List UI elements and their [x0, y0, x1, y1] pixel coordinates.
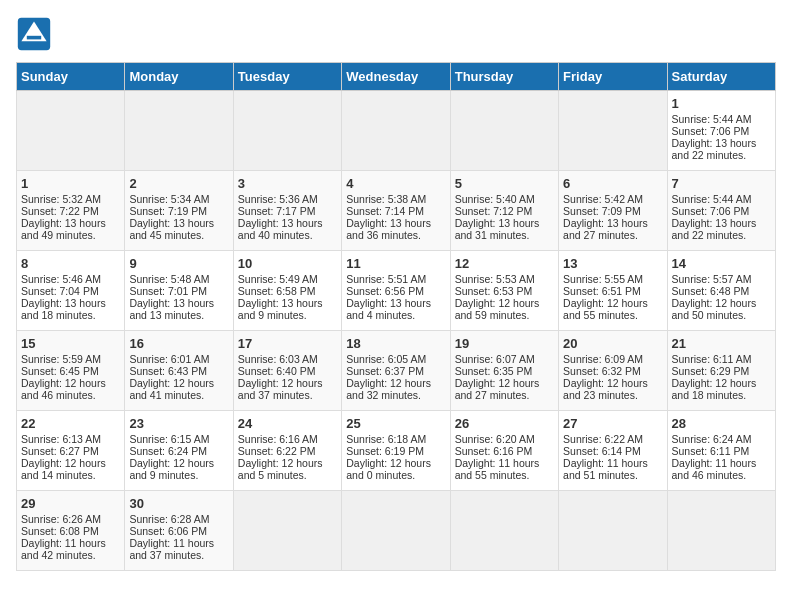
calendar-header-row: SundayMondayTuesdayWednesdayThursdayFrid… — [17, 63, 776, 91]
calendar-cell — [125, 91, 233, 171]
sunset: Sunset: 6:58 PM — [238, 285, 316, 297]
sunrise: Sunrise: 5:51 AM — [346, 273, 426, 285]
sunset: Sunset: 7:14 PM — [346, 205, 424, 217]
day-number: 7 — [672, 176, 771, 191]
sunset: Sunset: 6:48 PM — [672, 285, 750, 297]
daylight: Daylight: 13 hours and 18 minutes. — [21, 297, 106, 321]
day-number: 4 — [346, 176, 445, 191]
calendar-cell: 25 Sunrise: 6:18 AM Sunset: 6:19 PM Dayl… — [342, 411, 450, 491]
sunset: Sunset: 7:22 PM — [21, 205, 99, 217]
sunset: Sunset: 7:12 PM — [455, 205, 533, 217]
calendar-week-row: 8 Sunrise: 5:46 AM Sunset: 7:04 PM Dayli… — [17, 251, 776, 331]
sunrise: Sunrise: 6:26 AM — [21, 513, 101, 525]
sunrise: Sunrise: 6:18 AM — [346, 433, 426, 445]
sunset: Sunset: 7:06 PM — [672, 205, 750, 217]
calendar-cell — [233, 91, 341, 171]
day-number: 18 — [346, 336, 445, 351]
sunrise: Sunrise: 6:05 AM — [346, 353, 426, 365]
calendar-table: SundayMondayTuesdayWednesdayThursdayFrid… — [16, 62, 776, 571]
day-number: 30 — [129, 496, 228, 511]
sunrise: Sunrise: 6:28 AM — [129, 513, 209, 525]
daylight: Daylight: 11 hours and 51 minutes. — [563, 457, 648, 481]
daylight: Daylight: 11 hours and 46 minutes. — [672, 457, 757, 481]
calendar-cell: 6 Sunrise: 5:42 AM Sunset: 7:09 PM Dayli… — [559, 171, 667, 251]
daylight: Daylight: 12 hours and 27 minutes. — [455, 377, 540, 401]
sunrise: Sunrise: 6:20 AM — [455, 433, 535, 445]
calendar-cell: 2 Sunrise: 5:34 AM Sunset: 7:19 PM Dayli… — [125, 171, 233, 251]
calendar-cell: 8 Sunrise: 5:46 AM Sunset: 7:04 PM Dayli… — [17, 251, 125, 331]
calendar-cell: 30 Sunrise: 6:28 AM Sunset: 6:06 PM Dayl… — [125, 491, 233, 571]
calendar-cell — [450, 91, 558, 171]
daylight: Daylight: 12 hours and 41 minutes. — [129, 377, 214, 401]
calendar-cell — [559, 491, 667, 571]
daylight: Daylight: 11 hours and 37 minutes. — [129, 537, 214, 561]
day-number: 8 — [21, 256, 120, 271]
sunrise: Sunrise: 6:11 AM — [672, 353, 752, 365]
sunset: Sunset: 7:09 PM — [563, 205, 641, 217]
sunset: Sunset: 6:19 PM — [346, 445, 424, 457]
calendar-cell: 18 Sunrise: 6:05 AM Sunset: 6:37 PM Dayl… — [342, 331, 450, 411]
day-number: 19 — [455, 336, 554, 351]
sunrise: Sunrise: 5:55 AM — [563, 273, 643, 285]
calendar-cell: 1 Sunrise: 5:44 AM Sunset: 7:06 PM Dayli… — [667, 91, 775, 171]
day-number: 14 — [672, 256, 771, 271]
calendar-cell: 4 Sunrise: 5:38 AM Sunset: 7:14 PM Dayli… — [342, 171, 450, 251]
day-number: 13 — [563, 256, 662, 271]
day-number: 9 — [129, 256, 228, 271]
sunrise: Sunrise: 6:16 AM — [238, 433, 318, 445]
sunset: Sunset: 6:32 PM — [563, 365, 641, 377]
daylight: Daylight: 12 hours and 18 minutes. — [672, 377, 757, 401]
sunset: Sunset: 6:56 PM — [346, 285, 424, 297]
sunrise: Sunrise: 6:15 AM — [129, 433, 209, 445]
svg-rect-2 — [27, 36, 41, 40]
calendar-cell: 7 Sunrise: 5:44 AM Sunset: 7:06 PM Dayli… — [667, 171, 775, 251]
calendar-cell — [450, 491, 558, 571]
calendar-cell: 15 Sunrise: 5:59 AM Sunset: 6:45 PM Dayl… — [17, 331, 125, 411]
logo-icon — [16, 16, 52, 52]
daylight: Daylight: 12 hours and 5 minutes. — [238, 457, 323, 481]
sunrise: Sunrise: 6:24 AM — [672, 433, 752, 445]
sunset: Sunset: 7:01 PM — [129, 285, 207, 297]
sunset: Sunset: 6:14 PM — [563, 445, 641, 457]
sunset: Sunset: 7:06 PM — [672, 125, 750, 137]
calendar-cell: 24 Sunrise: 6:16 AM Sunset: 6:22 PM Dayl… — [233, 411, 341, 491]
daylight: Daylight: 13 hours and 13 minutes. — [129, 297, 214, 321]
sunset: Sunset: 6:29 PM — [672, 365, 750, 377]
sunset: Sunset: 6:06 PM — [129, 525, 207, 537]
daylight: Daylight: 12 hours and 46 minutes. — [21, 377, 106, 401]
calendar-cell: 28 Sunrise: 6:24 AM Sunset: 6:11 PM Dayl… — [667, 411, 775, 491]
sunset: Sunset: 6:45 PM — [21, 365, 99, 377]
daylight: Daylight: 12 hours and 9 minutes. — [129, 457, 214, 481]
calendar-cell: 19 Sunrise: 6:07 AM Sunset: 6:35 PM Dayl… — [450, 331, 558, 411]
sunrise: Sunrise: 5:57 AM — [672, 273, 752, 285]
calendar-cell: 11 Sunrise: 5:51 AM Sunset: 6:56 PM Dayl… — [342, 251, 450, 331]
calendar-cell — [559, 91, 667, 171]
sunrise: Sunrise: 5:36 AM — [238, 193, 318, 205]
daylight: Daylight: 13 hours and 31 minutes. — [455, 217, 540, 241]
weekday-header: Wednesday — [342, 63, 450, 91]
calendar-week-row: 29 Sunrise: 6:26 AM Sunset: 6:08 PM Dayl… — [17, 491, 776, 571]
day-number: 1 — [672, 96, 771, 111]
daylight: Daylight: 13 hours and 27 minutes. — [563, 217, 648, 241]
sunset: Sunset: 6:40 PM — [238, 365, 316, 377]
day-number: 22 — [21, 416, 120, 431]
day-number: 3 — [238, 176, 337, 191]
logo — [16, 16, 56, 52]
calendar-cell: 22 Sunrise: 6:13 AM Sunset: 6:27 PM Dayl… — [17, 411, 125, 491]
weekday-header: Sunday — [17, 63, 125, 91]
calendar-cell — [233, 491, 341, 571]
daylight: Daylight: 13 hours and 36 minutes. — [346, 217, 431, 241]
sunset: Sunset: 6:37 PM — [346, 365, 424, 377]
day-number: 24 — [238, 416, 337, 431]
sunrise: Sunrise: 5:53 AM — [455, 273, 535, 285]
daylight: Daylight: 12 hours and 0 minutes. — [346, 457, 431, 481]
daylight: Daylight: 12 hours and 14 minutes. — [21, 457, 106, 481]
day-number: 12 — [455, 256, 554, 271]
daylight: Daylight: 12 hours and 37 minutes. — [238, 377, 323, 401]
calendar-cell — [342, 91, 450, 171]
day-number: 20 — [563, 336, 662, 351]
calendar-cell — [342, 491, 450, 571]
daylight: Daylight: 13 hours and 22 minutes. — [672, 217, 757, 241]
calendar-cell: 27 Sunrise: 6:22 AM Sunset: 6:14 PM Dayl… — [559, 411, 667, 491]
daylight: Daylight: 12 hours and 23 minutes. — [563, 377, 648, 401]
